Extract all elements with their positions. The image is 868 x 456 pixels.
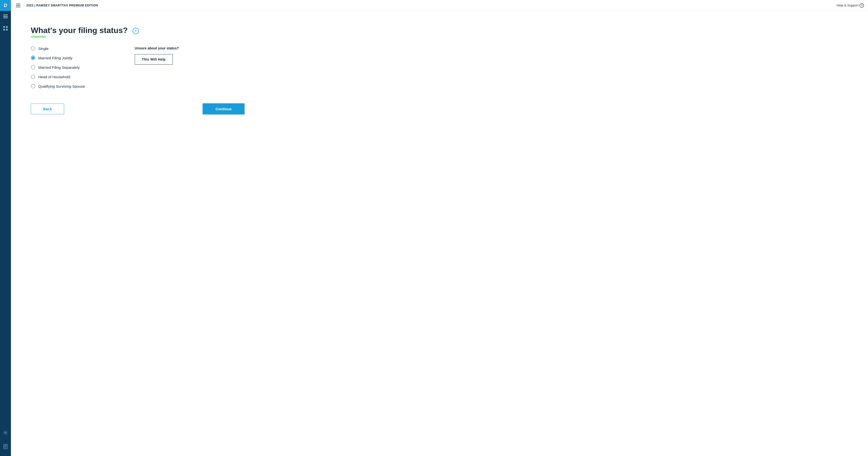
help-support-link[interactable]: Help & Support ? [837,3,864,8]
header-right: Help & Support ? [837,3,864,8]
sidebar-bottom [0,426,11,456]
radio-input-married-jointly[interactable] [31,56,35,60]
svg-rect-3 [3,26,5,28]
radio-label-married-separately: Married Filing Separately [38,65,80,69]
this-will-help-button[interactable]: This Will Help [135,54,173,65]
svg-rect-5 [3,29,5,31]
radio-label-married-jointly: Married Filing Jointly [38,56,72,60]
radio-label-single: Single [38,46,49,51]
radio-option-head-of-household[interactable]: Head of Household [31,74,85,79]
page-title-container: What's your filing status? ? [31,26,848,46]
svg-rect-1 [3,16,8,17]
radio-label-head-of-household: Head of Household [38,75,70,79]
back-button[interactable]: Back [31,104,64,114]
sidebar-menu-button[interactable] [0,11,11,22]
svg-rect-0 [3,15,8,15]
page-title: What's your filing status? ? [31,26,848,35]
title-underline [31,36,46,37]
radio-label-qualifying-surviving-spouse: Qualifying Surviving Spouse [38,84,85,89]
sidebar-logo[interactable]: D [0,0,11,11]
radio-input-head-of-household[interactable] [31,74,35,79]
sidebar-nav-icon[interactable] [0,23,11,34]
unsure-text: Unsure about your status? [135,46,179,50]
svg-rect-2 [3,18,8,18]
main-wrapper: › 2022 | RAMSEY SMARTTAX PREMIUM EDITION… [11,0,868,456]
logo-icon: D [4,3,7,8]
breadcrumb: 2022 | RAMSEY SMARTTAX PREMIUM EDITION [26,4,98,7]
sidebar: D [0,0,11,456]
svg-point-7 [5,432,6,433]
svg-rect-6 [6,29,8,31]
question-icon[interactable]: ? [132,28,139,34]
header: › 2022 | RAMSEY SMARTTAX PREMIUM EDITION… [11,0,868,11]
hamburger-menu-button[interactable] [15,3,21,8]
content-area: What's your filing status? ? Single Marr… [11,11,868,456]
radio-option-qualifying-surviving-spouse[interactable]: Qualifying Surviving Spouse [31,84,85,89]
radio-option-married-jointly[interactable]: Married Filing Jointly [31,56,85,60]
breadcrumb-chevron: › [23,4,24,7]
filing-status-radio-group: Single Married Filing Jointly Married Fi… [31,46,85,89]
help-support-label: Help & Support [837,3,859,7]
radio-input-married-separately[interactable] [31,65,35,69]
help-circle-icon: ? [860,3,864,8]
sidebar-settings-button[interactable] [0,427,11,438]
sidebar-doc-button[interactable] [0,441,11,452]
header-left: › 2022 | RAMSEY SMARTTAX PREMIUM EDITION [15,3,98,8]
radio-input-single[interactable] [31,46,35,51]
right-panel: Unsure about your status? This Will Help [135,46,179,65]
continue-button[interactable]: Continue [203,103,245,115]
bottom-buttons: Back Continue [31,103,245,115]
form-area: Single Married Filing Jointly Married Fi… [31,46,848,89]
radio-option-married-separately[interactable]: Married Filing Separately [31,65,85,69]
svg-rect-4 [6,26,8,28]
radio-input-qualifying-surviving-spouse[interactable] [31,84,35,89]
radio-option-single[interactable]: Single [31,46,85,51]
